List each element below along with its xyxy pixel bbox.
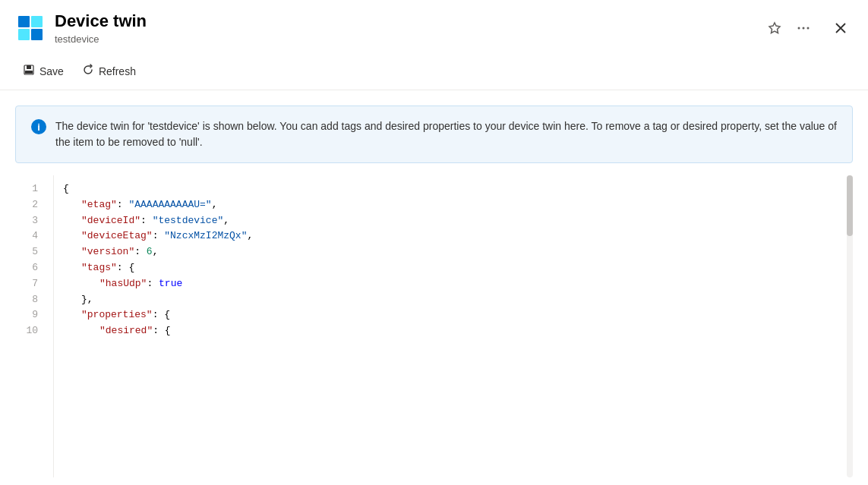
pin-icon[interactable] bbox=[765, 18, 784, 38]
header-actions bbox=[765, 18, 853, 38]
code-line-5: "version": 6, bbox=[63, 244, 844, 260]
refresh-button[interactable]: Refresh bbox=[74, 59, 144, 83]
toolbar: Save Refresh bbox=[0, 53, 868, 90]
svg-rect-8 bbox=[27, 65, 31, 69]
save-label: Save bbox=[39, 65, 64, 77]
code-line-6: "tags": { bbox=[63, 260, 844, 276]
code-editor[interactable]: 1 2 3 4 5 6 7 8 9 10 { "etag": "AAAAAAAA… bbox=[15, 175, 853, 477]
more-options-icon[interactable] bbox=[794, 18, 813, 38]
save-icon bbox=[23, 64, 35, 79]
device-icon bbox=[15, 13, 46, 43]
svg-rect-9 bbox=[25, 71, 33, 74]
code-line-7: "hasUdp": true bbox=[63, 276, 844, 292]
refresh-label: Refresh bbox=[99, 65, 136, 77]
info-icon: i bbox=[31, 119, 46, 134]
scrollbar-track[interactable] bbox=[847, 175, 853, 477]
code-line-2: "etag": "AAAAAAAAAAU=", bbox=[63, 197, 844, 213]
svg-rect-0 bbox=[18, 16, 30, 27]
line-numbers: 1 2 3 4 5 6 7 8 9 10 bbox=[15, 175, 53, 477]
device-twin-panel: Device twin testdevice bbox=[0, 0, 868, 485]
svg-point-6 bbox=[807, 27, 810, 30]
panel-header: Device twin testdevice bbox=[0, 0, 868, 53]
save-button[interactable]: Save bbox=[15, 59, 71, 83]
code-line-3: "deviceId": "testdevice", bbox=[63, 213, 844, 229]
refresh-icon bbox=[82, 64, 94, 79]
info-text: The device twin for 'testdevice' is show… bbox=[55, 118, 837, 150]
svg-point-4 bbox=[798, 27, 800, 30]
svg-rect-3 bbox=[31, 29, 43, 40]
svg-rect-2 bbox=[18, 29, 30, 40]
close-button[interactable] bbox=[829, 19, 853, 37]
code-line-8: }, bbox=[63, 292, 844, 308]
code-line-1: { bbox=[63, 181, 844, 197]
panel-title: Device twin bbox=[55, 11, 756, 31]
code-line-9: "properties": { bbox=[63, 307, 844, 323]
panel-subtitle: testdevice bbox=[55, 33, 756, 45]
svg-rect-1 bbox=[31, 16, 43, 27]
svg-point-5 bbox=[803, 27, 805, 30]
scrollbar-thumb[interactable] bbox=[847, 175, 853, 236]
header-text: Device twin testdevice bbox=[55, 11, 756, 44]
code-line-10: "desired": { bbox=[63, 323, 844, 339]
code-line-4: "deviceEtag": "NzcxMzI2MzQx", bbox=[63, 228, 844, 244]
code-content[interactable]: { "etag": "AAAAAAAAAAU=", "deviceId": "t… bbox=[53, 175, 853, 477]
info-banner: i The device twin for 'testdevice' is sh… bbox=[15, 106, 853, 163]
